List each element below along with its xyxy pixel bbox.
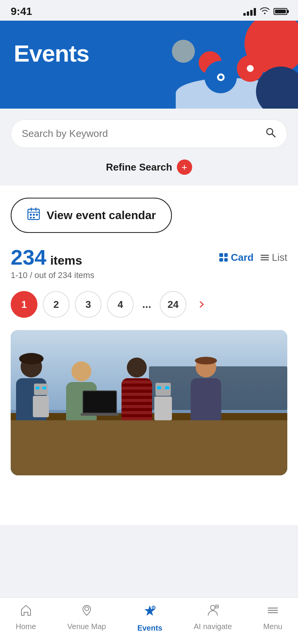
search-section — [0, 109, 298, 156]
calendar-icon — [27, 207, 40, 224]
bottom-nav: Home Venue Map Events — [0, 597, 298, 644]
signal-bars-icon — [243, 7, 256, 16]
nav-label-home: Home — [16, 622, 36, 631]
svg-point-15 — [153, 607, 154, 608]
nav-label-events: Events — [137, 624, 162, 633]
wifi-icon — [260, 7, 270, 16]
content-area: View event calendar 234 items Card List … — [0, 185, 298, 525]
svg-line-1 — [272, 134, 275, 137]
status-time: 9:41 — [11, 5, 32, 18]
view-event-calendar-button[interactable]: View event calendar — [11, 198, 172, 233]
search-input[interactable] — [22, 128, 259, 140]
scene — [11, 330, 287, 475]
event-card-image[interactable] — [11, 330, 287, 475]
pagination: 1 2 3 4 ... 24 — [11, 291, 287, 318]
card-grid-icon — [219, 253, 228, 262]
nav-item-events[interactable]: Events — [137, 604, 162, 633]
page-next-button[interactable] — [192, 295, 211, 314]
svg-rect-6 — [30, 214, 32, 216]
events-star-icon — [143, 604, 157, 621]
list-view-label: List — [272, 252, 287, 263]
view-toggle: Card List — [219, 252, 287, 263]
person-icon — [206, 604, 219, 620]
page-button-4[interactable]: 4 — [107, 291, 134, 318]
map-pin-icon — [80, 604, 93, 620]
refine-search-label: Refine Search — [106, 161, 172, 173]
battery-icon — [274, 8, 287, 15]
nav-item-venue-map[interactable]: Venue Map — [67, 604, 106, 633]
nav-item-home[interactable]: Home — [16, 604, 36, 633]
card-view-button[interactable]: Card — [219, 252, 253, 263]
page-button-24[interactable]: 24 — [160, 291, 186, 318]
blob-eye-detail — [217, 73, 225, 81]
svg-point-16 — [211, 605, 215, 610]
page-button-2[interactable]: 2 — [43, 291, 70, 318]
status-bar: 9:41 — [0, 0, 298, 21]
results-number: 234 — [11, 247, 46, 268]
results-items-label: items — [50, 254, 82, 268]
calendar-button-label: View event calendar — [47, 209, 156, 222]
card-view-label: Card — [231, 252, 253, 263]
status-icons — [243, 7, 287, 16]
nav-item-menu[interactable]: Menu — [263, 604, 282, 633]
results-count: 234 items — [11, 247, 82, 268]
refine-plus-button[interactable]: + — [177, 159, 192, 175]
hero-banner: Events — [0, 21, 298, 109]
event-image — [11, 330, 287, 475]
svg-rect-9 — [30, 217, 32, 218]
list-view-button[interactable]: List — [261, 252, 287, 263]
nav-item-ai-navigate[interactable]: AI navigate — [194, 604, 232, 633]
menu-icon — [266, 604, 279, 620]
hero-title: Events — [14, 40, 284, 67]
nav-label-venue-map: Venue Map — [67, 622, 106, 631]
nav-label-menu: Menu — [263, 622, 282, 631]
results-header: 234 items Card List — [11, 247, 287, 268]
list-lines-icon — [261, 255, 269, 260]
search-icon — [265, 127, 276, 141]
nav-label-ai-navigate: AI navigate — [194, 622, 232, 631]
search-bar[interactable] — [11, 119, 287, 148]
page-button-3[interactable]: 3 — [75, 291, 102, 318]
svg-rect-10 — [33, 217, 35, 218]
refine-search-section[interactable]: Refine Search + — [0, 156, 298, 185]
results-subtext: 1-10 / out of 234 items — [11, 270, 287, 280]
svg-rect-8 — [36, 214, 38, 216]
svg-point-11 — [85, 607, 89, 611]
svg-rect-7 — [33, 214, 35, 216]
page-ellipsis: ... — [139, 291, 154, 318]
page-button-1[interactable]: 1 — [11, 291, 37, 318]
home-icon — [19, 604, 32, 620]
